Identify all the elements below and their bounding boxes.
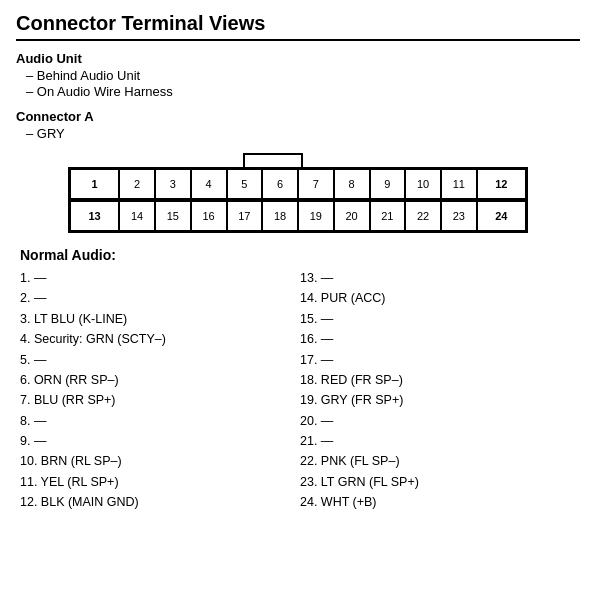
left-pin-item: 12. BLK (MAIN GND) bbox=[20, 493, 292, 512]
pin-5: 5 bbox=[227, 169, 263, 199]
left-pin-item: 1. — bbox=[20, 269, 292, 288]
left-pin-item: 9. — bbox=[20, 432, 292, 451]
right-pin-item: 19. GRY (FR SP+) bbox=[300, 391, 572, 410]
pin-18: 18 bbox=[262, 201, 298, 231]
right-pin-item: 16. — bbox=[300, 330, 572, 349]
left-pin-item: 7. BLU (RR SP+) bbox=[20, 391, 292, 410]
connector-a-color: GRY bbox=[26, 126, 580, 141]
left-pin-item: 6. ORN (RR SP–) bbox=[20, 371, 292, 390]
audio-unit-item-1: Behind Audio Unit bbox=[26, 68, 580, 83]
pin-4: 4 bbox=[191, 169, 227, 199]
left-pin-item: 5. — bbox=[20, 351, 292, 370]
right-pin-item: 17. — bbox=[300, 351, 572, 370]
right-col: 13. —14. PUR (ACC)15. —16. —17. —18. RED… bbox=[300, 269, 580, 514]
pin-9: 9 bbox=[370, 169, 406, 199]
pin-8: 8 bbox=[334, 169, 370, 199]
right-pin-item: 21. — bbox=[300, 432, 572, 451]
right-pin-item: 15. — bbox=[300, 310, 572, 329]
left-pin-item: 2. — bbox=[20, 289, 292, 308]
pin-7: 7 bbox=[298, 169, 334, 199]
left-pin-item: 11. YEL (RL SP+) bbox=[20, 473, 292, 492]
pin-22: 22 bbox=[405, 201, 441, 231]
page-title: Connector Terminal Views bbox=[16, 12, 580, 41]
right-pin-item: 22. PNK (FL SP–) bbox=[300, 452, 572, 471]
audio-unit-item-2: On Audio Wire Harness bbox=[26, 84, 580, 99]
pin-21: 21 bbox=[370, 201, 406, 231]
right-pin-item: 24. WHT (+B) bbox=[300, 493, 572, 512]
pin-2: 2 bbox=[119, 169, 155, 199]
right-pin-item: 13. — bbox=[300, 269, 572, 288]
pin-24: 24 bbox=[477, 201, 526, 231]
pin-13: 13 bbox=[70, 201, 119, 231]
right-pin-item: 18. RED (FR SP–) bbox=[300, 371, 572, 390]
pin-16: 16 bbox=[191, 201, 227, 231]
pin-10: 10 bbox=[405, 169, 441, 199]
connector-a-header: Connector A bbox=[16, 109, 580, 124]
right-pin-item: 23. LT GRN (FL SP+) bbox=[300, 473, 572, 492]
left-pin-item: 4. Security: GRN (SCTY–) bbox=[20, 330, 292, 349]
pin-19: 19 bbox=[298, 201, 334, 231]
pin-23: 23 bbox=[441, 201, 477, 231]
pin-1: 1 bbox=[70, 169, 119, 199]
pin-17: 17 bbox=[227, 201, 263, 231]
left-col: 1. —2. —3. LT BLU (K-LINE)4. Security: G… bbox=[20, 269, 300, 514]
pin-6: 6 bbox=[262, 169, 298, 199]
pin-14: 14 bbox=[119, 201, 155, 231]
pin-15: 15 bbox=[155, 201, 191, 231]
pin-11: 11 bbox=[441, 169, 477, 199]
pin-3: 3 bbox=[155, 169, 191, 199]
connector-diagram: 1 2 3 4 5 6 7 8 9 10 11 12 13 14 15 16 1… bbox=[68, 153, 528, 233]
pin-20: 20 bbox=[334, 201, 370, 231]
pin-12: 12 bbox=[477, 169, 526, 199]
pin-list: 1. —2. —3. LT BLU (K-LINE)4. Security: G… bbox=[20, 269, 580, 514]
right-pin-item: 14. PUR (ACC) bbox=[300, 289, 572, 308]
left-pin-item: 8. — bbox=[20, 412, 292, 431]
audio-unit-header: Audio Unit bbox=[16, 51, 580, 66]
right-pin-item: 20. — bbox=[300, 412, 572, 431]
left-pin-item: 3. LT BLU (K-LINE) bbox=[20, 310, 292, 329]
normal-audio-header: Normal Audio: bbox=[20, 247, 580, 263]
left-pin-item: 10. BRN (RL SP–) bbox=[20, 452, 292, 471]
